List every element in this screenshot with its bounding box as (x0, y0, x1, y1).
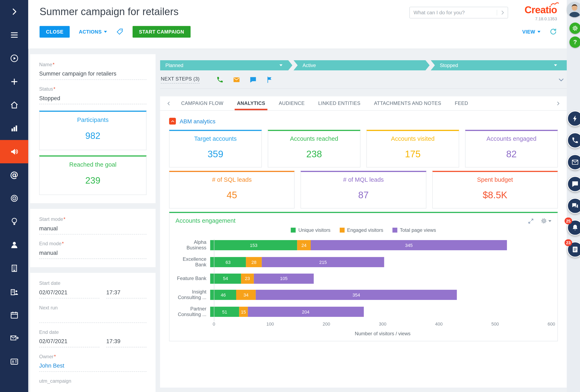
email-marketing-icon: @ (10, 171, 18, 179)
sidebar-item-calendar[interactable] (0, 303, 28, 327)
notifications-button[interactable]: 25 (567, 220, 580, 236)
close-button[interactable]: CLOSE (40, 26, 70, 37)
date-input[interactable]: 02/07/2021 (39, 335, 99, 347)
emails-button[interactable] (567, 154, 580, 170)
sidebar-item-goals[interactable] (0, 187, 28, 210)
sidebar-item-org-structure[interactable] (0, 280, 28, 303)
chevron-down-icon (548, 220, 551, 222)
tab-campaign-flow[interactable]: CAMPAIGN FLOW (174, 96, 230, 110)
stage-dropdown-icon[interactable] (280, 64, 283, 66)
flag-step-icon[interactable] (266, 76, 274, 83)
collapse-section-icon[interactable] (169, 118, 176, 125)
legend-item-unique-visitors[interactable]: Unique visitors (291, 227, 330, 233)
bar-segment-total-page-views: 215 (262, 257, 384, 267)
search-input[interactable] (414, 10, 494, 15)
actions-label: ACTIONS (79, 29, 102, 34)
sidebar-item-add-record[interactable] (0, 70, 28, 93)
tab-analytics[interactable]: ANALYTICS (230, 96, 272, 110)
required-marker: * (62, 241, 64, 247)
tab-attachments-and-notes[interactable]: ATTACHMENTS AND NOTES (367, 96, 448, 110)
date-input[interactable]: 02/07/2021 (39, 286, 99, 298)
metric-of-mql-leads: # of MQL leads87 (301, 171, 426, 208)
next-steps-expand-icon[interactable] (558, 76, 565, 83)
run-process-icon (9, 54, 19, 63)
notifications-icon (571, 224, 579, 231)
action-center-button[interactable] (567, 111, 580, 126)
search-submit-icon[interactable] (497, 10, 505, 15)
form-section: Name*Summer campaign for retailersStatus… (30, 54, 155, 203)
sidebar-item-run-process[interactable] (0, 47, 28, 70)
refresh-icon[interactable] (550, 28, 557, 35)
chart-title: Accounts engagement (175, 217, 235, 224)
chart-bar: 15324345 (210, 240, 551, 250)
value-start-mode[interactable]: manual (39, 222, 146, 234)
help-button[interactable]: ? (570, 36, 580, 48)
value-end-mode[interactable]: manual (39, 247, 146, 259)
stage-dropdown-icon[interactable] (554, 64, 557, 66)
tab-feed[interactable]: FEED (448, 96, 475, 110)
chart-row: Partner Consulting ...5115204 (175, 306, 551, 317)
expand-chart-icon[interactable] (528, 218, 534, 224)
stage-active[interactable]: Active (293, 60, 430, 70)
field-end-mode: End mode*manual (39, 241, 146, 259)
sidebar-item-contact-profile[interactable] (0, 350, 28, 373)
call-step-icon[interactable] (216, 76, 224, 83)
user-avatar[interactable] (567, 2, 580, 17)
link-value-owner[interactable]: John Best (39, 359, 146, 372)
goals-icon (9, 194, 19, 203)
sidebar-item-bulk-emails[interactable] (0, 327, 28, 350)
tab-linked-entities[interactable]: LINKED ENTITIES (311, 96, 367, 110)
action-center-icon (571, 115, 579, 122)
bar-segment-engaged-visitors: 15 (239, 307, 248, 317)
sidebar-item-events[interactable] (0, 210, 28, 233)
tabs-scroll-right-icon[interactable] (553, 100, 564, 106)
value-utm-campaign[interactable] (39, 384, 146, 392)
page-title: Summer campaign for retailers (40, 4, 409, 18)
view-menu[interactable]: VIEW (522, 29, 540, 34)
sidebar-item-expand-panel[interactable] (0, 0, 28, 23)
value-name[interactable]: Summer campaign for retailers (39, 67, 146, 80)
field-label: End date (39, 329, 146, 335)
chat-step-icon[interactable] (249, 76, 257, 83)
sidebar-item-accounts[interactable] (0, 257, 28, 280)
time-input[interactable]: 17:39 (106, 335, 146, 347)
tag-icon[interactable] (116, 28, 124, 35)
actions-menu[interactable]: ACTIONS (79, 29, 107, 34)
legend-swatch (339, 228, 344, 233)
x-tick-label: 400 (435, 321, 443, 326)
tabs-scroll-left-icon[interactable] (163, 100, 174, 106)
field-start-date: Start date02/07/202117:37 (39, 281, 146, 298)
value-next-run[interactable] (39, 310, 146, 323)
legend-item-total-page-views[interactable]: Total page views (392, 227, 436, 233)
email-step-icon[interactable] (233, 76, 240, 83)
sidebar-item-dashboards[interactable] (0, 117, 28, 140)
sidebar-item-campaigns[interactable] (0, 140, 28, 163)
chart-settings-icon[interactable] (541, 218, 551, 224)
bar-segment-engaged-visitors: 34 (236, 290, 256, 300)
metric-label: Spent budget (435, 177, 555, 183)
chart-category-label: Partner Consulting ... (175, 306, 210, 317)
stage-planned[interactable]: Planned (160, 60, 292, 70)
time-input[interactable]: 17:37 (106, 286, 146, 298)
sidebar-item-menu[interactable] (0, 23, 28, 47)
calls-button[interactable] (567, 132, 580, 148)
business-tasks-button[interactable]: 23 (567, 242, 580, 257)
chart-row: Feature Bank5423105 (175, 273, 551, 284)
settings-button[interactable] (570, 22, 580, 34)
accounts-icon (9, 264, 19, 273)
feed-button[interactable] (567, 198, 580, 214)
sidebar-item-home[interactable] (0, 93, 28, 117)
value-status[interactable]: Stopped (39, 92, 146, 104)
sidebar-item-email-marketing[interactable]: @ (0, 163, 28, 187)
emails-icon (571, 158, 579, 166)
chats-button[interactable] (567, 176, 580, 192)
tab-audience[interactable]: AUDIENCE (272, 96, 311, 110)
required-marker: * (53, 62, 54, 67)
stage-stopped[interactable]: Stopped (431, 60, 567, 70)
start-campaign-button[interactable]: START CAMPAIGN (133, 26, 191, 37)
sidebar-item-contacts[interactable] (0, 233, 28, 257)
chart-bar: 5423105 (210, 273, 551, 284)
global-search (409, 7, 508, 18)
x-tick-label: 500 (491, 321, 499, 326)
legend-item-engaged-visitors[interactable]: Engaged visitors (339, 227, 383, 233)
